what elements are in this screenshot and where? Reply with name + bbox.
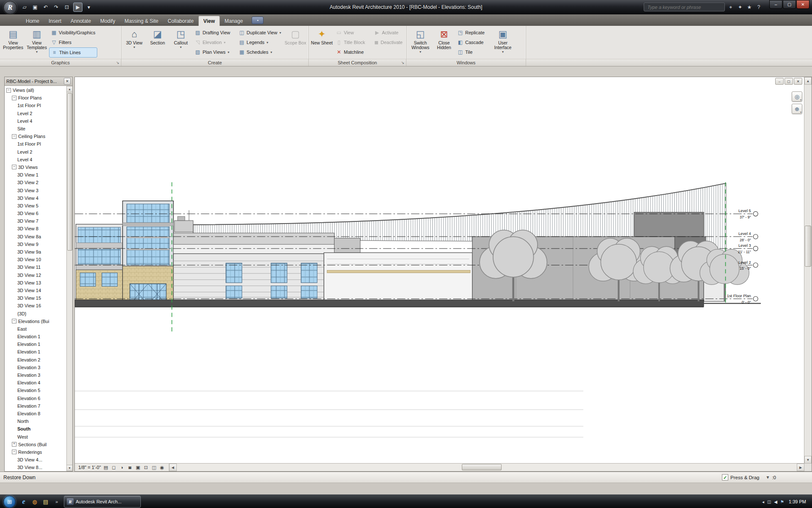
- close-hidden-button[interactable]: ⊠ Close Hidden: [433, 27, 455, 58]
- filter-icon[interactable]: ▼: [766, 475, 770, 480]
- press-drag-checkbox[interactable]: ✓: [722, 474, 728, 480]
- minimize-button[interactable]: ‒: [769, 0, 782, 9]
- tree-item[interactable]: Elevation 8: [5, 410, 66, 417]
- cascade-button[interactable]: ◧ Cascade: [455, 38, 489, 47]
- tree-item[interactable]: 3D View 8a: [5, 233, 66, 240]
- tree-item[interactable]: −Elevations (Bui: [5, 318, 66, 325]
- deactivate-button[interactable]: ◼ Deactivate: [372, 38, 404, 47]
- scroll-track[interactable]: [177, 464, 797, 471]
- tree-item[interactable]: 3D View 13: [5, 279, 66, 287]
- scroll-down-icon[interactable]: ▼: [804, 456, 812, 464]
- action-center-flag-icon[interactable]: ⚑: [780, 500, 784, 504]
- tree-item[interactable]: 3D View 1: [5, 171, 66, 179]
- level-marker-level3[interactable]: Level 3 21' - 11": [738, 243, 758, 254]
- undo-icon[interactable]: ↶: [41, 3, 50, 11]
- modify-cursor-icon[interactable]: ▶: [73, 3, 82, 12]
- tab-annotate[interactable]: Annotate: [66, 16, 96, 26]
- scroll-track[interactable]: [67, 92, 72, 465]
- tree-item[interactable]: Level 4: [5, 117, 66, 125]
- tree-item[interactable]: 3D View 15: [5, 294, 66, 302]
- tree-item[interactable]: 3D View 8...: [5, 464, 66, 471]
- ribbon-extra-icon[interactable]: ▪: [252, 17, 263, 24]
- south-elevation-drawing[interactable]: Level 5 37' - 9" Level 4 28' - 0" Level …: [75, 77, 804, 464]
- search-input[interactable]: [647, 4, 722, 10]
- reveal-hidden-elements-icon[interactable]: ◉: [159, 465, 165, 470]
- tree-item[interactable]: 3D View 3: [5, 186, 66, 194]
- tab-collaborate[interactable]: Collaborate: [163, 16, 198, 26]
- network-icon[interactable]: ◫: [767, 500, 771, 504]
- communication-center-icon[interactable]: ✦: [737, 4, 743, 10]
- project-browser-header[interactable]: RBC-Model - Project b... ✕: [5, 77, 72, 86]
- detail-level-icon[interactable]: ▤: [103, 465, 109, 470]
- tree-item[interactable]: 3D View 9: [5, 240, 66, 248]
- view-scale-button[interactable]: 1/8" = 1'-0": [78, 465, 101, 470]
- quick-launch-overflow-icon[interactable]: »: [52, 497, 61, 506]
- switch-windows-button[interactable]: ◱ Switch Windows ▾: [408, 27, 433, 58]
- tree-item[interactable]: Elevation 2: [5, 356, 66, 364]
- scroll-down-icon[interactable]: ▼: [66, 465, 72, 471]
- entry-tower[interactable]: [123, 201, 173, 306]
- media-player-icon[interactable]: ◍: [30, 497, 39, 506]
- scroll-thumb[interactable]: [67, 93, 72, 251]
- search-icon[interactable]: ⌖: [727, 4, 734, 10]
- tab-insert[interactable]: Insert: [44, 16, 66, 26]
- drawing-canvas[interactable]: Level 5 37' - 9" Level 4 28' - 0" Level …: [74, 77, 812, 472]
- application-menu-button[interactable]: R: [3, 1, 17, 14]
- level-marker-first-floor[interactable]: 1st Floor Plan 0' - 0": [727, 294, 758, 304]
- scroll-up-icon[interactable]: ▲: [804, 77, 812, 85]
- low-wing-building[interactable]: [324, 238, 472, 301]
- tree-item[interactable]: 3D View 16: [5, 302, 66, 309]
- project-browser-scrollbar[interactable]: ▲ ▼: [66, 86, 72, 471]
- tree-item[interactable]: 1st Floor Pl: [5, 102, 66, 109]
- scroll-right-icon[interactable]: ▶: [797, 464, 804, 471]
- elevation-button[interactable]: ◹ Elevation ▾: [193, 38, 236, 47]
- canvas-vertical-scrollbar[interactable]: ▲ ▼: [804, 77, 812, 464]
- tree-item[interactable]: Level 4: [5, 156, 66, 163]
- tree-item[interactable]: 1st Floor Pl: [5, 140, 66, 148]
- tree-item[interactable]: Elevation 6: [5, 395, 66, 402]
- thin-lines-button[interactable]: ≡ Thin Lines: [49, 47, 97, 58]
- canvas-horizontal-scrollbar[interactable]: ◀ ▶: [169, 464, 804, 471]
- tree-item[interactable]: Elevation 3: [5, 364, 66, 371]
- legends-button[interactable]: ▤ Legends ▾: [237, 38, 283, 47]
- tree-item[interactable]: 3D View 11: [5, 263, 66, 271]
- user-interface-button[interactable]: ▣ User Interface ▾: [490, 27, 516, 58]
- tree-item[interactable]: −Views (all): [5, 86, 66, 94]
- duplicate-view-button[interactable]: ◫ Duplicate View ▾: [237, 28, 283, 37]
- middle-building[interactable]: [173, 233, 334, 301]
- view-minimize-icon[interactable]: ‒: [775, 78, 784, 85]
- title-block-button[interactable]: ▯ Title Block: [334, 38, 371, 47]
- tree-expand-minus-icon[interactable]: −: [12, 319, 16, 323]
- schedules-button[interactable]: ▦ Schedules ▾: [237, 47, 283, 57]
- tree-item[interactable]: Level 2: [5, 148, 66, 156]
- steering-wheel-icon[interactable]: ◎▾: [792, 91, 802, 102]
- save-icon[interactable]: ▣: [31, 3, 39, 11]
- search-box[interactable]: [644, 3, 725, 11]
- tree-item[interactable]: Level 2: [5, 110, 66, 117]
- redo-icon[interactable]: ↷: [52, 3, 60, 11]
- tree-item[interactable]: Site: [5, 125, 66, 133]
- level-marker-level5[interactable]: Level 5 37' - 9": [738, 209, 758, 219]
- tree-item[interactable]: Elevation 3: [5, 371, 66, 379]
- print-icon[interactable]: ⊡: [63, 3, 71, 11]
- internet-explorer-icon[interactable]: e: [19, 497, 28, 506]
- tree-item[interactable]: 3D View 8: [5, 225, 66, 232]
- open-icon[interactable]: ▱: [20, 3, 29, 11]
- dialog-launcher-icon[interactable]: ↘: [116, 61, 119, 65]
- tree-item[interactable]: 3D View 5: [5, 202, 66, 210]
- tab-massing-site[interactable]: Massing & Site: [120, 16, 163, 26]
- rendering-dialog-icon[interactable]: ◙: [127, 465, 133, 470]
- matchline-button[interactable]: ✕ Matchline: [334, 47, 371, 57]
- tree-expand-plus-icon[interactable]: +: [12, 442, 16, 447]
- tree-expand-minus-icon[interactable]: −: [12, 165, 16, 169]
- left-building-block[interactable]: [76, 224, 122, 306]
- tree-item[interactable]: Elevation 1: [5, 333, 66, 340]
- tree-item[interactable]: East: [5, 325, 66, 333]
- tree-item[interactable]: 3D View 12: [5, 271, 66, 279]
- section-button[interactable]: ◪ Section: [146, 27, 169, 58]
- drafting-view-button[interactable]: ▨ Drafting View: [193, 28, 236, 37]
- show-crop-region-icon[interactable]: ⊡: [143, 465, 149, 470]
- shadows-icon[interactable]: ◑: [119, 465, 125, 470]
- tree-item[interactable]: Elevation 4: [5, 379, 66, 387]
- qat-customize-icon[interactable]: ▾: [85, 3, 93, 11]
